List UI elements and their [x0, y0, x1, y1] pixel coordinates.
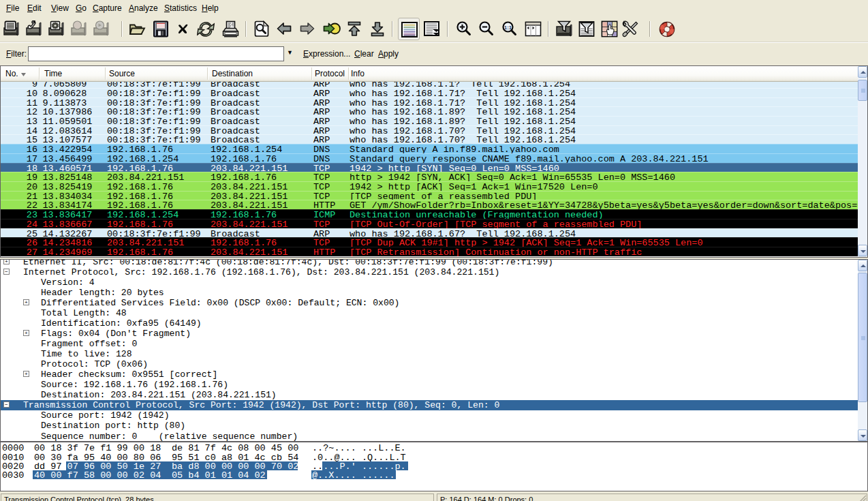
svg-text:1:1: 1:1 [504, 25, 512, 31]
